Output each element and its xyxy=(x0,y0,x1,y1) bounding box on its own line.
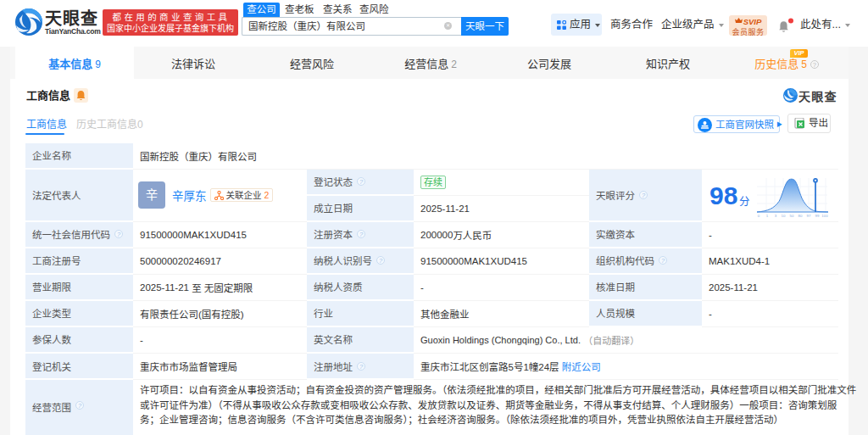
svg-text:100: 100 xyxy=(821,213,828,217)
svg-text:97: 97 xyxy=(807,213,811,217)
svg-text:10: 10 xyxy=(782,213,786,217)
svg-text:80: 80 xyxy=(798,213,803,217)
svg-text:99: 99 xyxy=(815,213,820,217)
svg-text:0: 0 xyxy=(758,213,760,217)
svg-text:3: 3 xyxy=(775,213,777,217)
svg-text:50: 50 xyxy=(790,213,794,217)
svg-text:1: 1 xyxy=(766,213,769,217)
